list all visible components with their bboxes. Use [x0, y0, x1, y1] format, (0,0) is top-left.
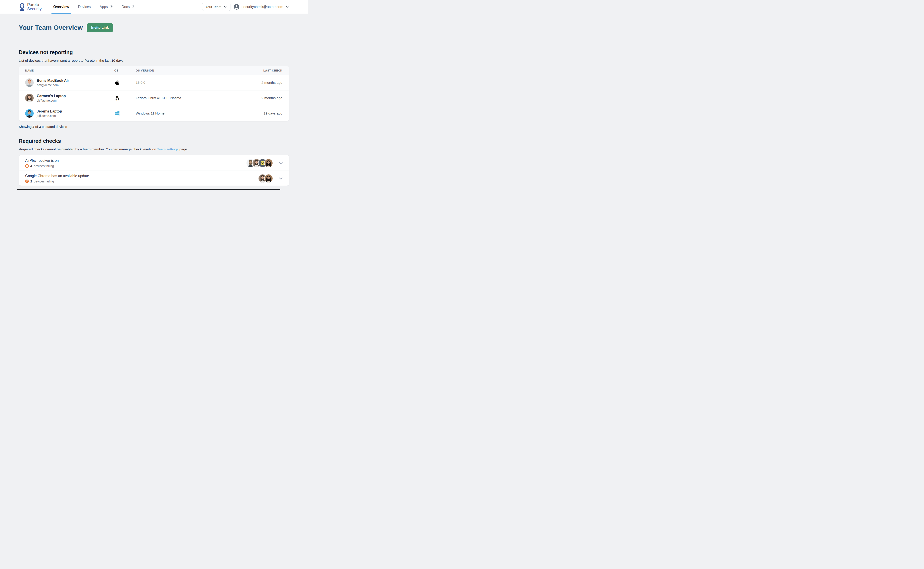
os-version: Windows 11 Home [136, 111, 238, 116]
table-row-jerens-laptop: Jeren's Laptop jt@acme.com Windows 11 Ho… [19, 106, 289, 121]
page-content: Your Team Overview Invite Link Devices n… [0, 23, 308, 186]
top-navigation-bar: Pareto Security Overview Devices Apps Do… [0, 0, 308, 14]
brand-line-2: Security [27, 7, 42, 11]
nav-tab-overview-label: Overview [53, 5, 69, 9]
check-row-chrome-update[interactable]: Google Chrome has an available update 2 … [19, 170, 289, 186]
apple-icon [114, 80, 120, 85]
external-link-icon [131, 5, 135, 8]
devices-summary: Showing 3 of 3 outdated devices [19, 125, 289, 129]
os-version: 15.0.0 [136, 81, 238, 85]
invite-link-button[interactable]: Invite Link [87, 23, 113, 32]
page-title: Your Team Overview [19, 24, 83, 31]
linux-tux-icon [114, 95, 120, 101]
last-check: 2 months ago [238, 96, 282, 100]
check-row-airplay[interactable]: AirPlay receiver is on 4 devices failing [19, 155, 289, 170]
chevron-down-icon[interactable] [279, 176, 283, 181]
nav-tab-devices[interactable]: Devices [78, 0, 91, 14]
failing-devices-avatar-stack [247, 159, 272, 167]
last-check: 29 days ago [238, 111, 282, 116]
account-menu[interactable]: securitycheck@acme.com [234, 4, 289, 10]
devices-table-header: Name OS OS Version Last Check [19, 66, 289, 75]
device-owner-email: cl@acme.com [37, 99, 66, 102]
table-row-carmens-laptop: Carmen's Laptop cl@acme.com [19, 90, 289, 106]
required-checks-heading: Required checks [19, 138, 289, 144]
device-name: Carmen's Laptop [37, 94, 66, 98]
title-divider [19, 37, 289, 37]
failing-x-icon [25, 180, 29, 183]
failing-count: 2 [30, 180, 32, 183]
check-title: Google Chrome has an available update [25, 173, 89, 178]
chevron-down-icon[interactable] [279, 161, 283, 166]
screenshot-bottom-edge [17, 189, 280, 190]
table-row-bens-macbook-air: Ben’s MacBook Air bm@acme.com 15.0.0 2 m… [19, 75, 289, 90]
failing-label: devices failing [33, 180, 54, 183]
team-selector-label: Your Team [206, 5, 221, 9]
column-header-last-check: Last Check [238, 69, 282, 72]
device-name: Jeren's Laptop [37, 110, 62, 113]
account-email: securitycheck@acme.com [242, 5, 283, 9]
summary-total-count: 3 [39, 125, 41, 129]
summary-of: of [34, 125, 39, 129]
nav-tab-overview[interactable]: Overview [53, 0, 69, 14]
nav-tab-apps[interactable]: Apps [100, 0, 113, 14]
main-nav: Overview Devices Apps Docs [53, 0, 135, 14]
summary-suffix: outdated devices [41, 125, 67, 129]
user-avatar-icon [234, 4, 240, 10]
team-selector-button[interactable]: Your Team [202, 3, 230, 11]
devices-table-card: Name OS OS Version Last Check Ben’s MacB… [19, 66, 289, 121]
team-settings-link[interactable]: Team settings [157, 147, 178, 151]
nav-tab-docs-label: Docs [122, 5, 130, 9]
failing-x-icon [25, 164, 29, 168]
failing-count: 4 [30, 164, 32, 168]
avatar-man-with-cap [25, 109, 33, 118]
column-header-os: OS [114, 69, 136, 72]
pareto-security-logo[interactable]: Pareto Security [19, 3, 42, 11]
device-owner-email: bm@acme.com [37, 83, 69, 87]
external-link-icon [110, 5, 113, 8]
brand-line-1: Pareto [27, 3, 42, 7]
brand-wordmark: Pareto Security [27, 3, 42, 11]
chevron-down-icon [224, 5, 227, 9]
nav-tab-docs[interactable]: Docs [122, 0, 135, 14]
device-name: Ben’s MacBook Air [37, 79, 69, 83]
summary-prefix: Showing [19, 125, 32, 129]
header-right-group: Your Team securitycheck@acme.com [202, 3, 289, 11]
column-header-os-version: OS Version [136, 69, 238, 72]
description-text: page. [178, 147, 188, 151]
column-header-name: Name [25, 69, 114, 72]
os-version: Fedora Linux 41 KDE Plasma [136, 96, 238, 100]
avatar-dark-haired-woman [265, 159, 272, 167]
chevron-down-icon [285, 5, 289, 9]
avatar-dark-haired-woman [265, 175, 272, 183]
summary-shown-count: 3 [32, 125, 34, 129]
required-checks-card: AirPlay receiver is on 4 devices failing [19, 155, 289, 186]
avatar-brown-haired-woman [25, 94, 33, 102]
pareto-face-logo-icon [19, 3, 25, 11]
avatar-red-haired-man [25, 78, 33, 87]
device-owner-email: jt@acme.com [37, 114, 62, 118]
nav-tab-devices-label: Devices [78, 5, 91, 9]
description-text: Required checks cannot be disabled by a … [19, 147, 157, 151]
devices-section-description: List of devices that haven't sent a repo… [19, 59, 289, 62]
required-checks-description: Required checks cannot be disabled by a … [19, 147, 289, 151]
windows-icon [114, 111, 120, 116]
failing-label: devices failing [33, 164, 54, 168]
last-check: 2 months ago [238, 81, 282, 85]
check-title: AirPlay receiver is on [25, 158, 59, 163]
page-title-row: Your Team Overview Invite Link [19, 23, 289, 32]
nav-tab-apps-label: Apps [100, 5, 108, 9]
devices-section-heading: Devices not reporting [19, 49, 289, 55]
failing-devices-avatar-stack [259, 175, 272, 183]
